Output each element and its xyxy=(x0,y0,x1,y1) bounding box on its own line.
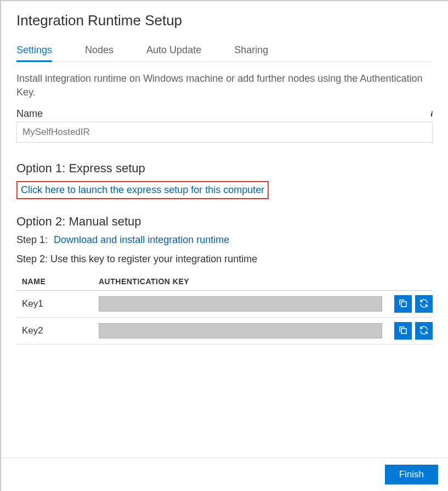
page-title: Integration Runtime Setup xyxy=(16,12,433,29)
tabs: Settings Nodes Auto Update Sharing xyxy=(16,40,433,62)
express-setup-highlight: Click here to launch the express setup f… xyxy=(16,181,269,199)
key-value-field[interactable] xyxy=(99,323,382,338)
col-auth-header: AUTHENTICATION KEY xyxy=(93,273,388,291)
download-runtime-link[interactable]: Download and install integration runtime xyxy=(54,234,229,245)
name-label: Name xyxy=(16,108,43,120)
copy-key-button[interactable] xyxy=(394,295,412,313)
step1-prefix: Step 1: xyxy=(16,234,48,245)
copy-key-button[interactable] xyxy=(394,322,412,340)
key-name-cell: Key1 xyxy=(16,291,93,318)
svg-rect-0 xyxy=(401,302,406,307)
info-icon[interactable]: i xyxy=(425,110,433,118)
refresh-key-button[interactable] xyxy=(415,295,433,313)
key-value-field[interactable] xyxy=(99,296,382,312)
option2-header: Option 2: Manual setup xyxy=(16,215,433,229)
svg-rect-1 xyxy=(401,329,406,334)
table-row: Key2 xyxy=(16,318,433,345)
refresh-icon xyxy=(419,325,429,337)
refresh-icon xyxy=(419,298,429,310)
description-text: Install integration runtime on Windows m… xyxy=(16,72,433,99)
refresh-key-button[interactable] xyxy=(415,322,433,340)
tab-settings[interactable]: Settings xyxy=(16,40,52,61)
tab-auto-update[interactable]: Auto Update xyxy=(146,40,201,61)
step2-text: Step 2: Use this key to register your in… xyxy=(16,253,433,265)
table-row: Key1 xyxy=(16,291,433,318)
keys-table: NAME AUTHENTICATION KEY Key1 xyxy=(16,273,433,345)
option1-header: Option 1: Express setup xyxy=(16,161,433,176)
col-name-header: NAME xyxy=(16,273,93,291)
name-input[interactable] xyxy=(16,122,433,143)
tab-sharing[interactable]: Sharing xyxy=(234,40,268,61)
copy-icon xyxy=(398,298,408,310)
tab-nodes[interactable]: Nodes xyxy=(85,40,114,61)
footer: Finish xyxy=(1,458,448,491)
finish-button[interactable]: Finish xyxy=(385,465,438,484)
express-setup-link[interactable]: Click here to launch the express setup f… xyxy=(21,184,264,195)
copy-icon xyxy=(398,325,408,337)
key-name-cell: Key2 xyxy=(16,318,93,345)
